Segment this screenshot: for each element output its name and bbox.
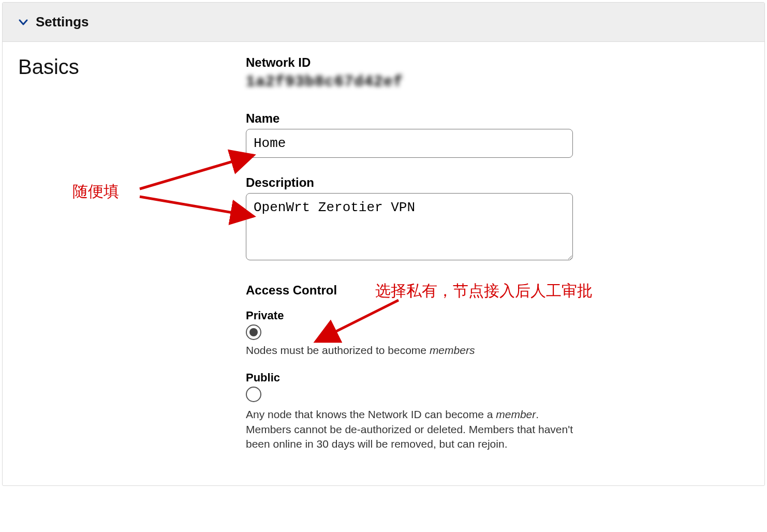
form-column: Network ID 1a2f93b8c67d42ef Name Descrip… [246, 55, 582, 465]
description-input[interactable] [246, 193, 573, 260]
public-help: Any node that knows the Network ID can b… [246, 407, 577, 451]
name-label: Name [246, 111, 582, 126]
description-label: Description [246, 175, 582, 190]
access-private-option[interactable]: Private Nodes must be authorized to beco… [246, 309, 582, 358]
radio-unselected-icon[interactable] [246, 387, 261, 402]
private-label: Private [246, 309, 582, 322]
name-input[interactable] [246, 129, 573, 158]
panel-header[interactable]: Settings [3, 3, 764, 42]
public-label: Public [246, 371, 582, 385]
private-help: Nodes must be authorized to become membe… [246, 343, 577, 358]
settings-panel: Settings Basics Network ID 1a2f93b8c67d4… [2, 2, 765, 486]
panel-title: Settings [36, 14, 89, 30]
section-title: Basics [18, 55, 225, 465]
access-control-label: Access Control [246, 283, 582, 298]
network-id-value: 1a2f93b8c67d42ef [246, 73, 582, 91]
chevron-down-icon [18, 17, 28, 27]
panel-body: Basics Network ID 1a2f93b8c67d42ef Name … [3, 42, 764, 485]
network-id-label: Network ID [246, 55, 582, 70]
radio-selected-icon[interactable] [246, 324, 261, 340]
access-public-option[interactable]: Public Any node that knows the Network I… [246, 371, 582, 451]
